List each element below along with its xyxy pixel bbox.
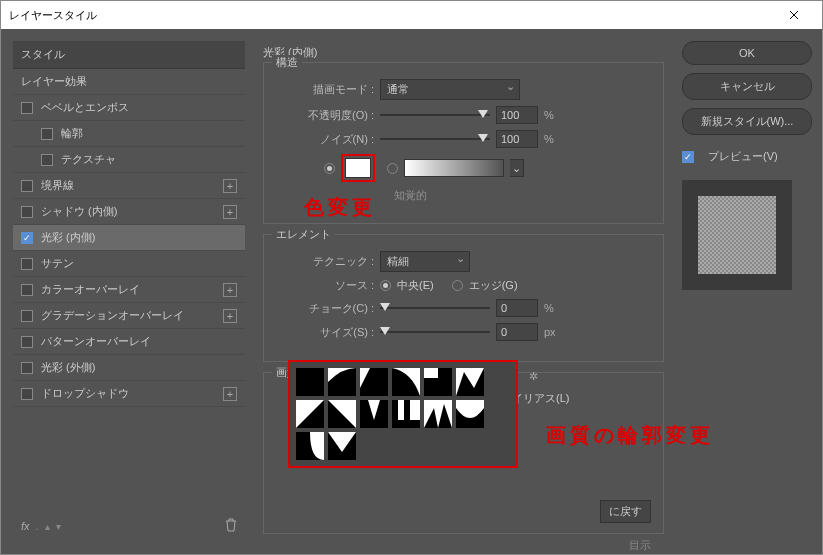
- noise-input[interactable]: 100: [496, 130, 538, 148]
- contour-preset-4[interactable]: [424, 368, 452, 396]
- choke-input[interactable]: 0: [496, 299, 538, 317]
- opacity-input[interactable]: 100: [496, 106, 538, 124]
- technique-label: テクニック :: [274, 254, 374, 269]
- styles-footer: fx. ▴ ▾: [13, 510, 245, 542]
- size-slider[interactable]: [380, 325, 490, 339]
- source-edge-label: エッジ(G): [469, 278, 518, 293]
- elements-fieldset: エレメント テクニック : 精細 ソース : 中央(E) エッジ(G) チョーク…: [263, 234, 664, 362]
- style-row-11[interactable]: 光彩 (外側): [13, 355, 245, 381]
- close-icon: [789, 10, 799, 20]
- style-checkbox[interactable]: [41, 154, 53, 166]
- plus-icon[interactable]: +: [223, 387, 237, 401]
- style-row-7[interactable]: サテン: [13, 251, 245, 277]
- contour-preset-8[interactable]: [360, 400, 388, 428]
- contour-preset-13[interactable]: [328, 432, 356, 460]
- preview-thumbnail: [698, 196, 776, 274]
- titlebar: レイヤースタイル: [1, 1, 822, 29]
- size-input[interactable]: 0: [496, 323, 538, 341]
- style-row-12[interactable]: ドロップシャドウ+: [13, 381, 245, 407]
- source-edge-radio[interactable]: [452, 280, 463, 291]
- buttons-panel: OK キャンセル 新規スタイル(W)... プレビュー(V): [682, 41, 822, 542]
- style-checkbox[interactable]: [21, 362, 33, 374]
- contour-preset-3[interactable]: [392, 368, 420, 396]
- contour-preset-7[interactable]: [328, 400, 356, 428]
- plus-icon[interactable]: +: [223, 309, 237, 323]
- plus-icon[interactable]: +: [223, 283, 237, 297]
- effect-title: 光彩 (内側): [263, 45, 664, 60]
- style-checkbox[interactable]: [21, 284, 33, 296]
- style-label: グラデーションオーバーレイ: [41, 308, 184, 323]
- choke-unit: %: [544, 302, 554, 314]
- trash-icon[interactable]: [225, 518, 237, 534]
- structure-legend: 構造: [272, 55, 302, 70]
- style-row-9[interactable]: グラデーションオーバーレイ+: [13, 303, 245, 329]
- contour-preset-12[interactable]: [296, 432, 324, 460]
- layer-style-dialog: レイヤースタイル スタイル レイヤー効果ベベルとエンボス輪郭テクスチャ境界線+シ…: [0, 0, 823, 555]
- style-row-5[interactable]: シャドウ (内側)+: [13, 199, 245, 225]
- plus-icon[interactable]: +: [223, 205, 237, 219]
- gradient-swatch[interactable]: [404, 159, 504, 177]
- style-checkbox[interactable]: [21, 232, 33, 244]
- contour-preset-1[interactable]: [328, 368, 356, 396]
- style-row-3[interactable]: テクスチャ: [13, 147, 245, 173]
- style-checkbox[interactable]: [21, 388, 33, 400]
- color-swatch[interactable]: [345, 158, 371, 178]
- move-down-icon[interactable]: ▾: [56, 521, 61, 532]
- size-label: サイズ(S) :: [274, 325, 374, 340]
- blend-mode-select[interactable]: 通常: [380, 79, 520, 100]
- contour-preset-11[interactable]: [456, 400, 484, 428]
- contour-preset-2[interactable]: [360, 368, 388, 396]
- structure-fieldset: 構造 描画モード : 通常 不透明度(O) : 100 % ノイズ(N) : 1…: [263, 62, 664, 224]
- contour-preset-0[interactable]: [296, 368, 324, 396]
- style-checkbox[interactable]: [21, 310, 33, 322]
- contour-preset-10[interactable]: [424, 400, 452, 428]
- opacity-unit: %: [544, 109, 554, 121]
- preview-checkbox[interactable]: [682, 151, 694, 163]
- styles-header: スタイル: [13, 41, 245, 69]
- style-label: ベベルとエンボス: [41, 100, 129, 115]
- style-label: テクスチャ: [61, 152, 116, 167]
- style-row-10[interactable]: パターンオーバーレイ: [13, 329, 245, 355]
- noise-label: ノイズ(N) :: [274, 132, 374, 147]
- gradient-dd-icon[interactable]: ⌄: [510, 159, 524, 177]
- styles-list-panel: スタイル レイヤー効果ベベルとエンボス輪郭テクスチャ境界線+シャドウ (内側)+…: [13, 41, 245, 542]
- gradient-radio[interactable]: [387, 163, 398, 174]
- technique-select[interactable]: 精細: [380, 251, 470, 272]
- reset-default-button[interactable]: に戻す: [600, 500, 651, 523]
- move-up-icon[interactable]: ▴: [45, 521, 50, 532]
- style-row-4[interactable]: 境界線+: [13, 173, 245, 199]
- contour-preset-5[interactable]: [456, 368, 484, 396]
- contour-preset-9[interactable]: [392, 400, 420, 428]
- style-checkbox[interactable]: [21, 180, 33, 192]
- style-checkbox[interactable]: [41, 128, 53, 140]
- choke-slider[interactable]: [380, 301, 490, 315]
- ok-button[interactable]: OK: [682, 41, 812, 65]
- new-style-button[interactable]: 新規スタイル(W)...: [682, 108, 812, 135]
- style-checkbox[interactable]: [21, 102, 33, 114]
- noise-slider[interactable]: [380, 132, 490, 146]
- style-row-2[interactable]: 輪郭: [13, 121, 245, 147]
- fx-label[interactable]: fx: [21, 520, 30, 532]
- cancel-button[interactable]: キャンセル: [682, 73, 812, 100]
- gear-icon[interactable]: ✲: [529, 370, 538, 383]
- opacity-slider[interactable]: [380, 108, 490, 122]
- close-button[interactable]: [774, 1, 814, 29]
- style-label: サテン: [41, 256, 74, 271]
- style-label: パターンオーバーレイ: [41, 334, 151, 349]
- style-label: 光彩 (外側): [41, 360, 95, 375]
- plus-icon[interactable]: +: [223, 179, 237, 193]
- color-radio[interactable]: [324, 163, 335, 174]
- style-label: カラーオーバーレイ: [41, 282, 140, 297]
- style-checkbox[interactable]: [21, 258, 33, 270]
- blend-mode-label: 描画モード :: [274, 82, 374, 97]
- style-label: ドロップシャドウ: [41, 386, 129, 401]
- source-center-radio[interactable]: [380, 280, 391, 291]
- style-row-1[interactable]: ベベルとエンボス: [13, 95, 245, 121]
- source-label: ソース :: [274, 278, 374, 293]
- style-checkbox[interactable]: [21, 206, 33, 218]
- contour-preset-6[interactable]: [296, 400, 324, 428]
- style-row-8[interactable]: カラーオーバーレイ+: [13, 277, 245, 303]
- style-row-6[interactable]: 光彩 (内側): [13, 225, 245, 251]
- style-checkbox[interactable]: [21, 336, 33, 348]
- style-row-0[interactable]: レイヤー効果: [13, 69, 245, 95]
